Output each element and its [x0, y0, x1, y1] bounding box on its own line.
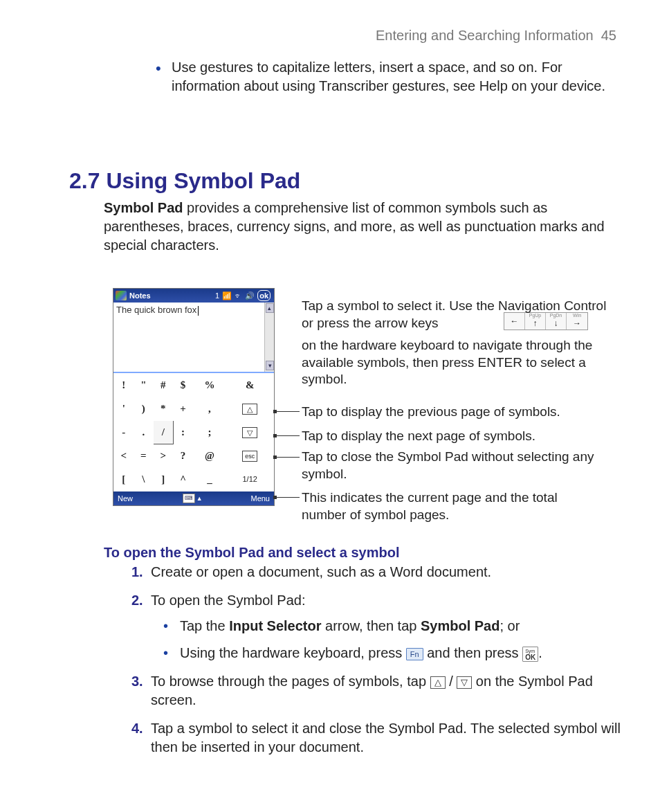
step-1: 1. Create or open a document, such as a … — [131, 563, 625, 581]
scroll-up-icon[interactable]: ▴ — [266, 303, 274, 313]
step-text: To open the Symbol Pad: — [151, 593, 305, 608]
symbol-key[interactable]: ) — [134, 397, 154, 421]
procedure-steps: 1. Create or open a document, such as a … — [131, 563, 625, 766]
top-bullet: Use gestures to capitalize letters, inse… — [145, 58, 623, 96]
symbol-key[interactable]: @ — [193, 444, 226, 468]
symbol-key[interactable]: " — [134, 374, 154, 397]
symbol-key[interactable]: # — [154, 374, 174, 397]
symbol-key[interactable]: ' — [114, 397, 134, 421]
symbol-key[interactable]: ? — [173, 444, 193, 468]
connector-dot — [273, 434, 277, 437]
sym-ok-key-icon: Sym OK — [522, 647, 538, 662]
step-2-sublist: Tap the Input Selector arrow, then tap S… — [163, 617, 625, 662]
page-header: Entering and Searching Information 45 — [376, 26, 616, 45]
symbol-key[interactable]: = — [134, 444, 154, 468]
symbol-key[interactable]: , — [193, 397, 226, 421]
connector-dot — [273, 410, 277, 413]
step-2a: Tap the Input Selector arrow, then tap S… — [163, 617, 625, 635]
section-title: Using Symbol Pad — [106, 168, 300, 193]
symbol-key[interactable]: ] — [154, 468, 174, 491]
connector-dot — [273, 496, 277, 499]
section-number: 2.7 — [69, 168, 100, 193]
input-selector-icon[interactable]: ⌨ — [183, 494, 195, 503]
scrollbar[interactable]: ▴ ▾ — [264, 303, 274, 372]
connector-line — [275, 497, 300, 498]
document-area[interactable]: The quick brown fox ▴ ▾ — [113, 303, 274, 373]
symbol-key[interactable]: [ — [114, 468, 134, 491]
signal-icon: 📶 — [222, 291, 232, 301]
intro-paragraph: Symbol Pad provides a comprehensive list… — [104, 199, 623, 255]
page-number: 45 — [601, 28, 616, 43]
step-number: 1. — [131, 563, 143, 581]
device-screenshot: Notes 1 📶 ᯤ 🔊 ok The quick brown fox ▴ ▾… — [113, 288, 275, 506]
top-bullet-text: Use gestures to capitalize letters, inse… — [145, 58, 623, 96]
symbol-key[interactable]: ! — [114, 374, 134, 397]
symbol-key[interactable]: + — [173, 397, 193, 421]
down-arrow-icon: ▽ — [457, 676, 472, 689]
up-arrow-icon: △ — [430, 676, 446, 689]
document-text: The quick brown fox — [116, 304, 199, 316]
symbol-key[interactable]: _ — [193, 468, 226, 491]
new-button[interactable]: New — [118, 494, 133, 504]
symbol-key[interactable]: ^ — [173, 468, 193, 491]
symbol-key[interactable]: : — [173, 421, 193, 444]
scroll-down-icon[interactable]: ▾ — [266, 361, 274, 370]
esc-button[interactable]: esc — [226, 444, 274, 468]
symbol-key[interactable]: . — [134, 421, 154, 444]
step-number: 3. — [131, 672, 143, 691]
count-label: 1 — [215, 291, 219, 301]
page-indicator: 1/12 — [226, 468, 274, 491]
symbol-key[interactable]: > — [154, 444, 174, 468]
screenshot-titlebar: Notes 1 📶 ᯤ 🔊 ok — [113, 289, 274, 303]
step-number: 2. — [131, 591, 143, 610]
callout-prev-page: Tap to display the previous page of symb… — [302, 404, 620, 421]
symbol-key[interactable]: $ — [173, 374, 193, 397]
menu-button[interactable]: Menu — [250, 494, 270, 504]
next-page-button[interactable]: ▽ — [226, 421, 274, 444]
step-2b: Using the hardware keyboard, press Fn an… — [163, 644, 625, 662]
prev-page-button[interactable]: △ — [226, 397, 274, 421]
step-number: 4. — [131, 719, 143, 738]
callout-page-indicator: This indicates the current page and the … — [302, 489, 599, 523]
ok-button[interactable]: ok — [257, 290, 271, 302]
start-icon — [116, 291, 127, 300]
connector-dot — [273, 455, 277, 459]
header-title: Entering and Searching Information — [376, 28, 594, 43]
step-3: 3. To browse through the pages of symbol… — [131, 672, 625, 710]
step-2: 2. To open the Symbol Pad: Tap the Input… — [131, 591, 625, 662]
antenna-icon: ᯤ — [235, 291, 242, 301]
symbol-key[interactable]: % — [193, 374, 226, 397]
callout-navigate: Tap a symbol to select it. Use the Navig… — [302, 298, 620, 332]
symbol-key[interactable]: ; — [193, 421, 226, 444]
input-selector-arrow-icon[interactable]: ▲ — [196, 494, 203, 503]
procedure-heading: To open the Symbol Pad and select a symb… — [104, 543, 400, 562]
callout-esc: Tap to close the Symbol Pad without sele… — [302, 449, 599, 482]
volume-icon: 🔊 — [245, 291, 255, 301]
intro-lead: Symbol Pad — [104, 200, 183, 215]
connector-line — [275, 411, 300, 412]
symbol-key[interactable]: \ — [134, 468, 154, 491]
section-heading: 2.7 Using Symbol Pad — [69, 166, 300, 196]
step-4: 4. Tap a symbol to select it and close t… — [131, 719, 625, 757]
symbol-key[interactable]: * — [154, 397, 174, 421]
callout-navigate-cont: on the hardware keyboard to navigate thr… — [302, 337, 620, 388]
callout-next-page: Tap to display the next page of symbols. — [302, 428, 620, 445]
connector-line — [275, 457, 300, 458]
symbol-key-selected[interactable]: / — [154, 421, 174, 444]
screenshot-bottombar: New ⌨▲ Menu — [113, 491, 274, 505]
symbol-key[interactable]: - — [114, 421, 134, 444]
fn-key-icon: Fn — [406, 648, 423, 660]
connector-line — [275, 435, 300, 436]
step-text: Tap a symbol to select it and close the … — [151, 721, 621, 755]
step-text: Create or open a document, such as a Wor… — [151, 564, 491, 579]
symbol-key[interactable]: & — [226, 374, 274, 397]
symbol-grid: ! " # $ % & ' ) * + , △ - . / : ; ▽ — [113, 373, 274, 491]
symbol-key[interactable]: < — [114, 444, 134, 468]
app-title: Notes — [129, 291, 214, 301]
